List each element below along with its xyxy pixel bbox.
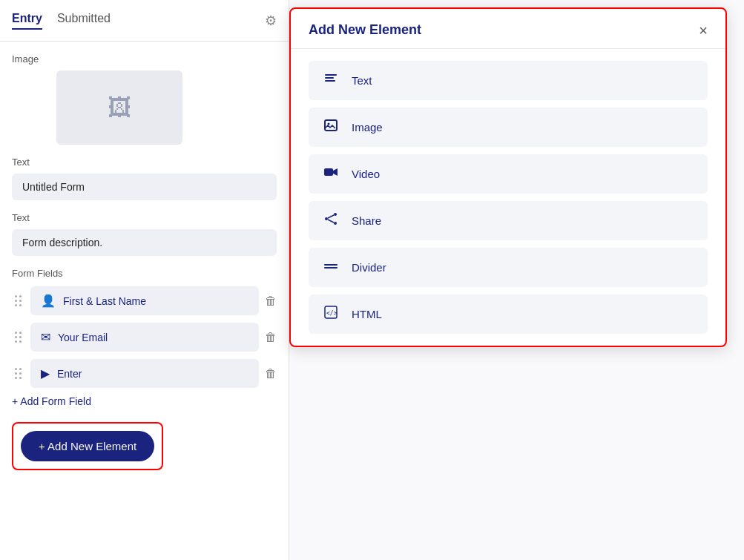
text-input-1[interactable]: Untitled Form bbox=[12, 174, 277, 200]
svg-rect-2 bbox=[325, 80, 335, 82]
svg-rect-1 bbox=[325, 77, 334, 79]
left-panel: Entry Submitted ⚙ Image 🖼 Text Untitled … bbox=[0, 0, 289, 560]
modal-close-button[interactable]: × bbox=[699, 23, 708, 38]
element-option-image[interactable]: Image bbox=[309, 108, 708, 147]
video-icon bbox=[322, 165, 340, 183]
svg-line-9 bbox=[328, 215, 334, 218]
add-form-field-button[interactable]: + Add Form Field bbox=[12, 395, 277, 407]
add-element-button[interactable]: + Add New Element bbox=[21, 431, 154, 461]
delete-icon-2[interactable]: 🗑 bbox=[265, 331, 277, 344]
text-icon bbox=[322, 71, 340, 90]
field-pill-3[interactable]: ▶ Enter bbox=[30, 359, 259, 388]
svg-rect-11 bbox=[324, 264, 338, 266]
divider-icon bbox=[322, 258, 340, 277]
drag-handle-2[interactable] bbox=[12, 329, 24, 346]
field-row-1: 👤 First & Last Name 🗑 bbox=[12, 286, 277, 315]
drag-handle-1[interactable] bbox=[12, 292, 24, 309]
svg-rect-3 bbox=[325, 120, 337, 131]
send-icon: ▶ bbox=[41, 366, 50, 381]
add-element-modal: Add New Element × Text bbox=[289, 7, 727, 347]
svg-rect-5 bbox=[324, 168, 333, 176]
image-placeholder-icon: 🖼 bbox=[108, 94, 131, 122]
image-label: Image bbox=[12, 53, 277, 65]
svg-text:</>: </> bbox=[326, 310, 338, 317]
svg-point-8 bbox=[334, 222, 337, 225]
element-option-share[interactable]: Share bbox=[309, 201, 708, 240]
modal-body: Text Image Video bbox=[291, 49, 725, 346]
tabs-bar: Entry Submitted ⚙ bbox=[0, 0, 289, 42]
tab-submitted[interactable]: Submitted bbox=[57, 12, 111, 30]
modal-header: Add New Element × bbox=[291, 9, 725, 49]
element-label-share: Share bbox=[352, 214, 381, 227]
element-option-divider[interactable]: Divider bbox=[309, 248, 708, 287]
text-section-2: Text Form description. bbox=[12, 212, 277, 256]
field-row-2: ✉ Your Email 🗑 bbox=[12, 323, 277, 352]
share-icon bbox=[322, 211, 340, 230]
field-label-3: Enter bbox=[57, 368, 82, 380]
left-content: Image 🖼 Text Untitled Form Text Form des… bbox=[0, 42, 289, 482]
image-icon bbox=[322, 118, 340, 136]
element-label-html: HTML bbox=[352, 308, 382, 320]
element-label-video: Video bbox=[352, 168, 380, 180]
delete-icon-1[interactable]: 🗑 bbox=[265, 294, 277, 308]
svg-rect-0 bbox=[325, 74, 337, 76]
text-label-1: Text bbox=[12, 157, 277, 168]
field-pill-2[interactable]: ✉ Your Email bbox=[30, 323, 259, 352]
person-icon: 👤 bbox=[41, 294, 56, 308]
element-label-divider: Divider bbox=[352, 261, 386, 274]
element-option-video[interactable]: Video bbox=[309, 154, 708, 194]
tabs-list: Entry Submitted bbox=[12, 12, 111, 30]
svg-rect-12 bbox=[324, 267, 338, 269]
settings-icon[interactable]: ⚙ bbox=[265, 13, 277, 29]
element-label-text: Text bbox=[352, 74, 372, 87]
element-label-image: Image bbox=[352, 121, 383, 134]
delete-icon-3[interactable]: 🗑 bbox=[265, 367, 277, 381]
form-fields-label: Form Fields bbox=[12, 268, 277, 279]
text-input-2[interactable]: Form description. bbox=[12, 229, 277, 256]
field-row-3: ▶ Enter 🗑 bbox=[12, 359, 277, 388]
email-icon: ✉ bbox=[41, 330, 50, 344]
html-icon: </> bbox=[322, 305, 340, 323]
element-option-html[interactable]: </> HTML bbox=[309, 294, 708, 334]
modal-title: Add New Element bbox=[309, 22, 421, 38]
svg-line-10 bbox=[328, 220, 334, 223]
field-pill-1[interactable]: 👤 First & Last Name bbox=[30, 286, 259, 315]
svg-point-6 bbox=[334, 213, 337, 216]
text-label-2: Text bbox=[12, 212, 277, 223]
image-placeholder[interactable]: 🖼 bbox=[56, 70, 182, 145]
text-section-1: Text Untitled Form bbox=[12, 157, 277, 200]
add-element-button-container: + Add New Element bbox=[12, 422, 163, 470]
svg-point-7 bbox=[325, 217, 328, 220]
tab-entry[interactable]: Entry bbox=[12, 12, 42, 30]
image-section: Image 🖼 bbox=[12, 53, 277, 145]
field-label-1: First & Last Name bbox=[63, 295, 146, 307]
element-option-text[interactable]: Text bbox=[309, 61, 708, 100]
field-label-2: Your Email bbox=[58, 332, 108, 343]
drag-handle-3[interactable] bbox=[12, 365, 24, 382]
